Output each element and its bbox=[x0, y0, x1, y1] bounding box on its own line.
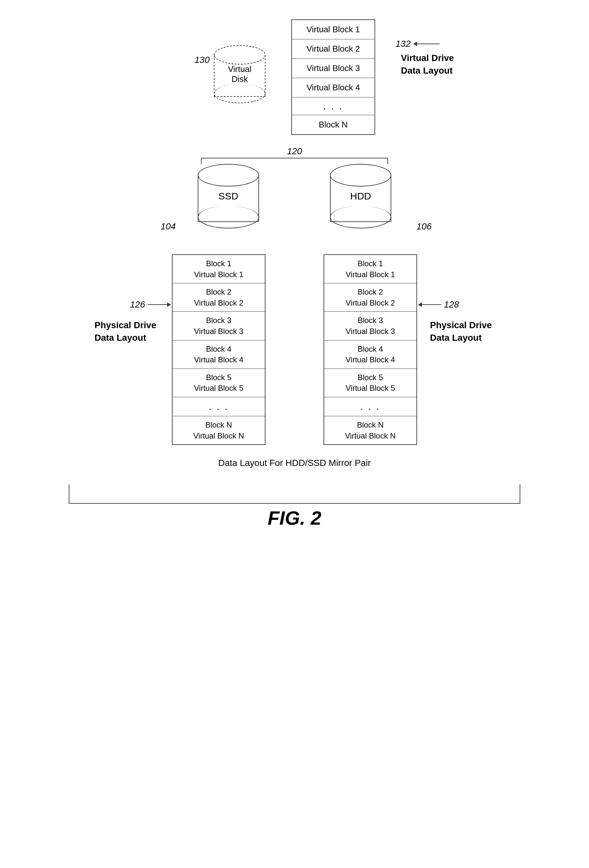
table-row-dots: . . . bbox=[172, 397, 265, 416]
ref-130: 130 bbox=[194, 55, 210, 65]
caption: Data Layout For HDD/SSD Mirror Pair bbox=[218, 458, 371, 468]
ref-132: 132 bbox=[395, 39, 411, 49]
phys-label-right: Physical DriveData Layout bbox=[430, 319, 495, 344]
hdd-block-n: Block NVirtual Block N bbox=[324, 416, 417, 445]
bottom-section: 126 Physical DriveData Layout Block 1Vir… bbox=[0, 254, 589, 445]
ref-128: 128 bbox=[444, 300, 459, 310]
ssd-block-2: Block 2Virtual Block 2 bbox=[172, 283, 265, 312]
ssd-cylinder: SSD bbox=[198, 164, 259, 229]
ssd-block-5: Block 5Virtual Block 5 bbox=[172, 369, 265, 397]
vblock-4: Virtual Block 4 bbox=[292, 78, 375, 97]
table-row-dots: . . . bbox=[324, 397, 417, 416]
table-row: Virtual Block 1 bbox=[292, 20, 375, 39]
hdd-cyl-top bbox=[330, 164, 391, 186]
phys-label-left: Physical DriveData Layout bbox=[94, 319, 159, 344]
ssd-block-1: Block 1Virtual Block 1 bbox=[172, 255, 265, 283]
ssd-block-4: Block 4Virtual Block 4 bbox=[172, 340, 265, 369]
table-row: Block 1Virtual Block 1 bbox=[324, 255, 417, 283]
table-row: Block 5Virtual Block 5 bbox=[324, 369, 417, 397]
arrow-132-head bbox=[413, 41, 417, 46]
cyl-bottom-dashed bbox=[214, 84, 265, 103]
ref-106: 106 bbox=[417, 221, 431, 232]
hdd-label: HDD bbox=[330, 191, 391, 202]
table-row: Block 3Virtual Block 3 bbox=[324, 312, 417, 340]
ssd-cyl-top bbox=[198, 164, 259, 186]
hdd-wrap: 106 HDD bbox=[311, 164, 411, 229]
brace-right-line bbox=[520, 484, 520, 504]
table-row: Virtual Block 2 bbox=[292, 39, 375, 59]
table-row: Block 4Virtual Block 4 bbox=[172, 340, 265, 369]
ref-132-wrap: 132 bbox=[395, 39, 440, 49]
ssd-wrap: 104 SSD bbox=[178, 164, 278, 229]
ssd-block-n: Block NVirtual Block N bbox=[172, 416, 265, 445]
brace-120-wrap: 120 bbox=[201, 146, 388, 158]
vdrive-title-label: Virtual DriveData Layout bbox=[401, 52, 465, 77]
ref-104: 104 bbox=[161, 221, 176, 232]
vblock-1: Virtual Block 1 bbox=[292, 20, 375, 39]
vblock-n: Block N bbox=[292, 115, 375, 135]
table-row: Virtual Block 4 bbox=[292, 78, 375, 97]
hdd-block-5: Block 5Virtual Block 5 bbox=[324, 369, 417, 397]
ref-126: 126 bbox=[130, 300, 145, 310]
virtual-disk-wrap: 130 VirtualDisk bbox=[214, 45, 265, 103]
table-row: Block N bbox=[292, 115, 375, 135]
ssd-block-3: Block 3Virtual Block 3 bbox=[172, 312, 265, 340]
fig-label: FIG. 2 bbox=[268, 507, 322, 529]
hdd-block-4: Block 4Virtual Block 4 bbox=[324, 340, 417, 369]
arrow-132-line bbox=[417, 44, 440, 44]
brace-right-tick bbox=[387, 158, 388, 164]
table-row-dots: . . . bbox=[292, 97, 375, 115]
table-row: Block 4Virtual Block 4 bbox=[324, 340, 417, 369]
ssd-dots: . . . bbox=[172, 397, 265, 416]
middle-section: 120 104 SSD 106 HDD bbox=[0, 164, 589, 229]
hdd-block-2: Block 2Virtual Block 2 bbox=[324, 283, 417, 312]
top-section: 130 VirtualDisk 132 Virtual DriveData La… bbox=[0, 13, 589, 135]
hdd-phys-table: Block 1Virtual Block 1 Block 2Virtual Bl… bbox=[324, 254, 417, 445]
hdd-phys-table-wrap: 128 Physical DriveData Layout Block 1Vir… bbox=[324, 254, 417, 445]
table-row: Block NVirtual Block N bbox=[172, 416, 265, 445]
vblock-3: Virtual Block 3 bbox=[292, 59, 375, 78]
arrow-128-line bbox=[422, 304, 441, 305]
table-row: Block 2Virtual Block 2 bbox=[172, 283, 265, 312]
table-row: Block 1Virtual Block 1 bbox=[172, 255, 265, 283]
arrow-128-head bbox=[418, 303, 422, 307]
ref-126-wrap: 126 bbox=[130, 300, 171, 310]
table-row: Block 2Virtual Block 2 bbox=[324, 283, 417, 312]
hdd-cyl-bottom bbox=[330, 206, 391, 229]
virtual-disk-label: VirtualDisk bbox=[228, 64, 251, 84]
ssd-phys-table-wrap: 126 Physical DriveData Layout Block 1Vir… bbox=[172, 254, 265, 445]
brace-bottom-line bbox=[69, 503, 520, 504]
brace-left-line bbox=[69, 484, 69, 504]
hdd-cylinder: HDD bbox=[330, 164, 391, 229]
hdd-dots: . . . bbox=[324, 397, 417, 416]
ref-128-wrap: 128 bbox=[418, 300, 459, 310]
brace-left-tick bbox=[201, 158, 202, 164]
table-row: Block 3Virtual Block 3 bbox=[172, 312, 265, 340]
vblock-2: Virtual Block 2 bbox=[292, 39, 375, 59]
vblock-dots: . . . bbox=[292, 97, 375, 115]
ref-120: 120 bbox=[287, 146, 302, 156]
ssd-label: SSD bbox=[198, 191, 259, 202]
vdrive-table-wrap: 132 Virtual DriveData Layout Virtual Blo… bbox=[291, 19, 375, 135]
fig-section: FIG. 2 bbox=[0, 484, 589, 529]
ssd-cyl-bottom bbox=[198, 206, 259, 229]
ssd-phys-table: Block 1Virtual Block 1 Block 2Virtual Bl… bbox=[172, 254, 265, 445]
hdd-block-1: Block 1Virtual Block 1 bbox=[324, 255, 417, 283]
arrow-126-head bbox=[167, 303, 171, 307]
arrow-126-line bbox=[148, 304, 167, 305]
table-row: Block NVirtual Block N bbox=[324, 416, 417, 445]
bottom-brace bbox=[69, 484, 520, 504]
table-row: Virtual Block 3 bbox=[292, 59, 375, 78]
vdrive-block-table: Virtual Block 1 Virtual Block 2 Virtual … bbox=[291, 19, 375, 135]
brace-120-line bbox=[201, 158, 388, 158]
virtual-disk-cylinder: VirtualDisk bbox=[214, 45, 265, 103]
hdd-block-3: Block 3Virtual Block 3 bbox=[324, 312, 417, 340]
table-row: Block 5Virtual Block 5 bbox=[172, 369, 265, 397]
diagram-container: 130 VirtualDisk 132 Virtual DriveData La… bbox=[0, 0, 589, 868]
